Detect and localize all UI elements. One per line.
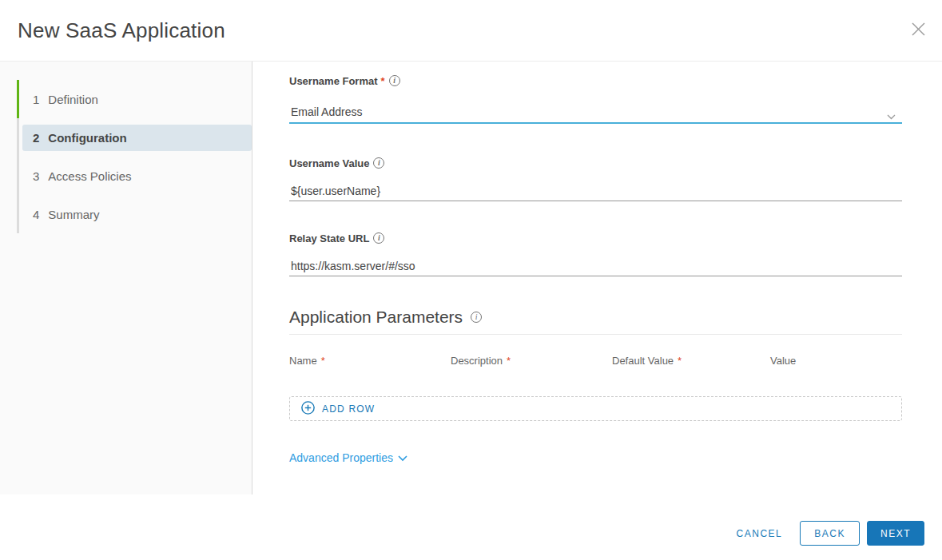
info-icon[interactable]: i	[471, 312, 482, 323]
back-button[interactable]: BACK	[800, 521, 860, 546]
username-format-selected-value: Email Address	[291, 106, 902, 117]
required-asterisk: *	[381, 75, 385, 87]
close-icon	[912, 22, 925, 36]
column-header-description: Description *	[451, 355, 612, 367]
username-format-label: Username Format * i	[289, 74, 902, 87]
required-asterisk: *	[321, 355, 325, 367]
add-row-button[interactable]: ADD ROW	[289, 396, 902, 421]
cancel-button[interactable]: CANCEL	[727, 521, 793, 546]
info-icon[interactable]: i	[373, 232, 384, 244]
step-label: Configuration	[48, 131, 126, 145]
add-circle-icon	[301, 401, 315, 417]
close-button[interactable]	[905, 16, 931, 42]
step-label: Summary	[48, 208, 99, 221]
new-saas-application-dialog: New SaaS Application 1 Definition 2	[0, 0, 942, 560]
dialog-title: New SaaS Application	[18, 18, 225, 43]
step-number: 2	[33, 131, 39, 145]
wizard-stepnav: 1 Definition 2 Configuration 3 Access Po…	[0, 62, 252, 494]
chevron-down-icon	[393, 451, 407, 464]
chevron-down-icon	[887, 109, 896, 123]
info-icon[interactable]: i	[389, 75, 400, 86]
relay-state-url-label: Relay State URL i	[289, 232, 902, 244]
dialog-body: 1 Definition 2 Configuration 3 Access Po…	[0, 62, 942, 494]
step-item-access-policies[interactable]: 3 Access Policies	[17, 157, 252, 195]
step-item-definition[interactable]: 1 Definition	[17, 80, 252, 118]
relay-state-url-input[interactable]	[289, 260, 902, 276]
parameters-table-header: Name * Description * Default Value * Val…	[289, 355, 902, 367]
next-button[interactable]: NEXT	[867, 521, 924, 546]
application-parameters-heading: Application Parameters i	[289, 308, 902, 327]
column-header-value: Value	[770, 355, 902, 367]
step-item-summary[interactable]: 4 Summary	[17, 195, 252, 233]
required-asterisk: *	[678, 355, 682, 367]
step-number: 4	[33, 208, 39, 221]
configuration-form: Username Format * i Email Address Userna…	[252, 62, 942, 494]
column-header-name: Name *	[289, 355, 451, 367]
section-divider	[289, 334, 902, 335]
step-number: 3	[33, 169, 39, 183]
advanced-properties-toggle[interactable]: Advanced Properties	[289, 451, 407, 464]
add-row-label: ADD ROW	[322, 403, 375, 415]
dialog-header: New SaaS Application	[0, 0, 942, 62]
required-asterisk: *	[507, 355, 511, 367]
column-header-default-value: Default Value *	[612, 355, 770, 367]
username-value-input[interactable]	[289, 185, 902, 201]
username-value-label: Username Value i	[289, 157, 902, 169]
username-format-select[interactable]: Email Address	[289, 106, 902, 124]
dialog-footer: CANCEL BACK NEXT	[0, 494, 942, 560]
step-label: Access Policies	[48, 169, 131, 183]
info-icon[interactable]: i	[373, 157, 384, 169]
step-item-configuration[interactable]: 2 Configuration	[17, 118, 252, 157]
step-number: 1	[33, 93, 39, 106]
step-label: Definition	[48, 93, 98, 106]
